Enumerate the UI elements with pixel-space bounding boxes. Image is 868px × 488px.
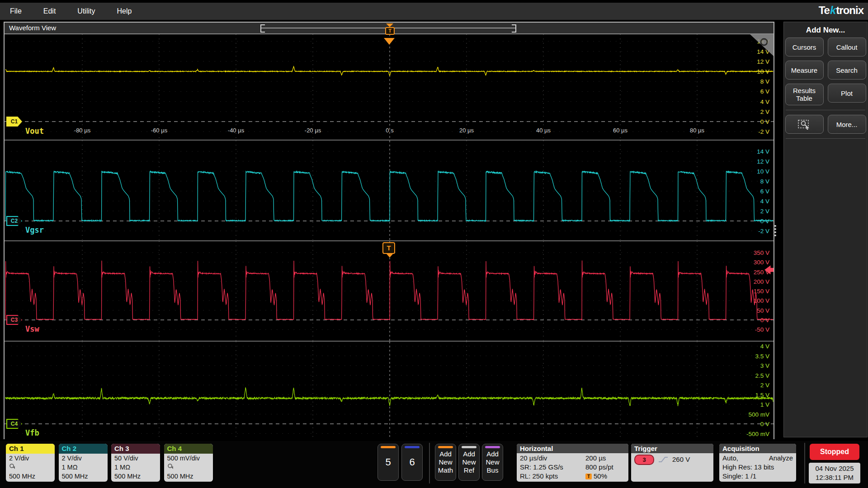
channel-coupling [167,463,210,472]
horizontal-panel[interactable]: Horizontal 20 µs/div200 µsSR: 1.25 GS/s8… [517,444,628,482]
scale-label: 0 V [760,317,769,324]
scale-label: 8 V [760,78,769,85]
waveform-name-label: Vgsr [25,225,44,235]
menu-file[interactable]: File [10,7,22,15]
trigger-position-flag-icon[interactable]: T [385,27,395,35]
channel-badge-body: 50 V/div1 MΩ500 MHz [111,454,160,481]
menu-items: FileEditUtilityHelp [10,3,132,20]
horizontal-value: T50% [585,472,625,481]
horizontal-value: 800 ps/pt [585,463,625,472]
channel-vdiv: 500 mV/div [167,454,210,463]
waveform-name-label: Vout [25,127,44,136]
time-tick-label: 60 µs [613,127,627,134]
scale-label: 2 V [760,382,769,389]
oscilloscope-app: FileEditUtilityHelp Tektronix Waveform V… [0,0,868,488]
minimap-left-bracket [260,24,265,33]
acq-resolution: High Res: 13 bits [722,463,793,472]
time-tick-label: -40 µs [228,127,244,134]
probe-icon [167,463,175,469]
add-new-cursors-button[interactable]: Cursors [785,38,824,56]
menu-help[interactable]: Help [117,7,132,15]
zoom-select-icon [797,119,811,130]
sidebar-separator [786,138,865,139]
channel-vdiv: 2 V/div [62,454,104,463]
horizontal-value-text: 800 ps/pt [585,463,613,472]
channel-badge-header: Ch 2 [59,444,108,454]
horizontal-value: RL: 250 kpts [520,472,585,481]
channel-bandwidth: 500 MHz [114,472,157,481]
scale-label: 4 V [760,343,769,350]
channel-badge-body: 2 V/div500 MHz [6,454,55,481]
channel-6-button[interactable]: 6 [401,444,423,481]
waveform-view-title: Waveform View [9,24,56,32]
channel-4-slice[interactable]: 4 V3.5 V3 V2.5 V2 V1.5 V1 V500 mV0 V-500… [5,341,774,439]
trigger-source-badge: 3 [634,455,654,465]
bottom-settings-bar: Ch 12 V/div500 MHzCh 22 V/div1 MΩ500 MHz… [0,441,868,488]
tektronix-logo: Tektronix [819,4,863,17]
scale-label: 1 V [760,401,769,408]
graticule-area[interactable]: 16 V14 V12 V10 V8 V6 V4 V2 V0 V-2 VC1Vou… [5,34,774,439]
acquisition-panel[interactable]: Acquisition Auto,Analyze High Res: 13 bi… [719,444,796,482]
time-tick-label: -20 µs [305,127,321,134]
trigger-source-flag-icon[interactable]: T [382,242,395,254]
channel-5-button[interactable]: 5 [377,444,399,481]
trigger-position-triangle-icon[interactable] [386,23,393,27]
scale-label: 4 V [760,198,769,205]
add-new-search-button[interactable]: Search [828,61,866,80]
add-new-plot-button[interactable]: Plot [828,84,866,103]
scale-label: -50 V [755,326,769,333]
scale-label: 350 V [754,249,769,256]
minimap-right-bracket [512,24,516,33]
channel-bandwidth: 500 MHz [167,472,210,481]
horizontal-row: 20 µs/div200 µs [520,454,625,463]
add-new-math-button[interactable]: AddNewMath [435,444,456,481]
scale-label: 12 V [757,158,769,165]
scale-label: 12 V [757,58,769,65]
add-new-ref-button[interactable]: AddNewRef [458,444,480,481]
splitter-drag-handle[interactable] [774,224,777,238]
add-new-measure-button[interactable]: Measure [785,61,824,80]
menu-utility[interactable]: Utility [77,7,95,15]
scale-label: 0 V [760,118,769,125]
time-tick-label: 20 µs [459,127,474,134]
channel-bandwidth: 500 MHz [9,472,52,481]
scale-label: 2.5 V [755,372,769,379]
scale-label: 6 V [760,188,769,195]
scale-label: 10 V [757,68,769,75]
trigger-panel[interactable]: Trigger 3 260 V [631,444,713,482]
channel-badge-1[interactable]: Ch 12 V/div500 MHz [6,444,55,482]
channel-3-slice[interactable]: 350 V300 V250 V200 V150 V100 V50 V0 V-50… [5,240,774,341]
run-state-badge[interactable]: Stopped [810,444,859,460]
channel-vdiv: 50 V/div [114,454,157,463]
scale-label: 150 V [754,288,769,295]
bottombar-divider [429,443,430,483]
horizontal-value: SR: 1.25 GS/s [520,463,585,472]
trigger-position-marker-icon[interactable] [384,38,395,45]
channel-badge-4[interactable]: Ch 4500 mV/div500 MHz [164,444,213,482]
channel-bandwidth: 500 MHz [62,472,104,481]
sidebar-separator [786,110,865,110]
channel-badge-3[interactable]: Ch 350 V/div1 MΩ500 MHz [111,444,160,482]
channel-badge-2[interactable]: Ch 22 V/div1 MΩ500 MHz [59,444,108,482]
more-button[interactable]: More... [828,115,866,134]
waveform-view: Waveform View T 16 V14 V12 V10 V8 V6 V4 … [4,22,774,439]
horizontal-value: 20 µs/div [520,454,585,463]
add-new-bus-button[interactable]: AddNewBus [482,444,503,481]
channel-vdiv: 2 V/div [9,454,52,463]
channel-coupling [9,463,52,472]
trigger-panel-title: Trigger [631,444,713,453]
add-new-callout-button[interactable]: Callout [828,38,866,56]
channel-1-waveform-svg [5,34,774,140]
channel-1-slice[interactable]: 16 V14 V12 V10 V8 V6 V4 V2 V0 V-2 VC1Vou… [5,34,774,140]
channel-2-slice[interactable]: 14 V12 V10 V8 V6 V4 V2 V0 V-2 VC2Vgsr [5,140,774,240]
zoom-select-button[interactable] [785,115,824,134]
add-new-results-table-button[interactable]: Results Table [785,84,824,105]
menu-edit[interactable]: Edit [43,7,56,15]
horizontal-row: SR: 1.25 GS/s800 ps/pt [520,463,625,472]
scale-label: 8 V [760,178,769,185]
datetime-box: 04 Nov 2025 12:38:11 PM [809,463,860,483]
time-tick-label: 0 s [386,127,393,134]
scale-label: -500 mV [746,430,769,437]
trigger-level-value: 260 V [672,454,690,465]
scale-label: -2 V [758,128,769,135]
